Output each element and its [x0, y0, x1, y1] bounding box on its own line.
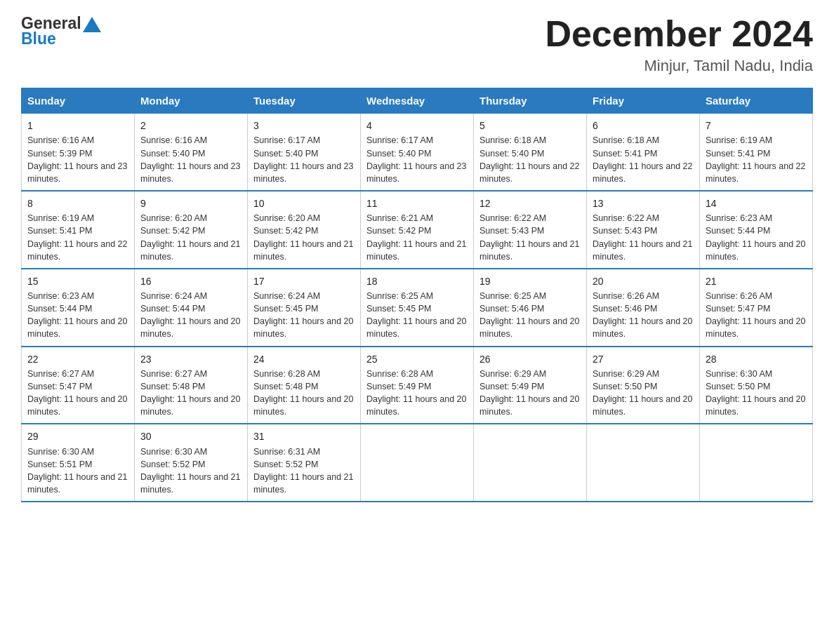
day-number: 7	[706, 119, 807, 133]
day-cell: 22Sunrise: 6:27 AMSunset: 5:47 PMDayligh…	[22, 347, 135, 424]
day-number: 15	[27, 274, 128, 288]
day-cell: 20Sunrise: 6:26 AMSunset: 5:46 PMDayligh…	[587, 269, 700, 347]
day-detail: Sunrise: 6:20 AMSunset: 5:42 PMDaylight:…	[140, 213, 240, 261]
day-cell: 16Sunrise: 6:24 AMSunset: 5:44 PMDayligh…	[135, 269, 248, 347]
day-cell	[361, 424, 474, 502]
logo-text-blue: Blue	[21, 29, 101, 48]
day-number: 19	[479, 274, 581, 288]
header-saturday: Saturday	[700, 88, 813, 114]
day-cell: 12Sunrise: 6:22 AMSunset: 5:43 PMDayligh…	[474, 191, 587, 269]
header-friday: Friday	[587, 88, 700, 114]
day-detail: Sunrise: 6:22 AMSunset: 5:43 PMDaylight:…	[479, 213, 579, 261]
day-detail: Sunrise: 6:30 AMSunset: 5:52 PMDaylight:…	[140, 447, 240, 495]
calendar-table: SundayMondayTuesdayWednesdayThursdayFrid…	[21, 88, 813, 502]
day-cell: 9Sunrise: 6:20 AMSunset: 5:42 PMDaylight…	[135, 191, 248, 269]
day-cell: 11Sunrise: 6:21 AMSunset: 5:42 PMDayligh…	[361, 191, 474, 269]
day-number: 8	[27, 196, 128, 210]
day-cell: 17Sunrise: 6:24 AMSunset: 5:45 PMDayligh…	[248, 269, 361, 347]
day-detail: Sunrise: 6:19 AMSunset: 5:41 PMDaylight:…	[706, 135, 805, 183]
day-cell: 30Sunrise: 6:30 AMSunset: 5:52 PMDayligh…	[135, 424, 248, 502]
day-number: 2	[140, 119, 241, 133]
day-number: 18	[366, 274, 468, 288]
week-row-1: 1Sunrise: 6:16 AMSunset: 5:39 PMDaylight…	[22, 114, 813, 191]
week-row-2: 8Sunrise: 6:19 AMSunset: 5:41 PMDaylight…	[22, 191, 813, 269]
day-detail: Sunrise: 6:30 AMSunset: 5:50 PMDaylight:…	[706, 369, 805, 417]
day-detail: Sunrise: 6:17 AMSunset: 5:40 PMDaylight:…	[253, 135, 353, 183]
day-cell	[700, 424, 813, 502]
week-row-3: 15Sunrise: 6:23 AMSunset: 5:44 PMDayligh…	[22, 269, 813, 347]
week-row-4: 22Sunrise: 6:27 AMSunset: 5:47 PMDayligh…	[22, 347, 813, 424]
day-number: 11	[366, 196, 468, 210]
day-number: 12	[479, 196, 581, 210]
day-cell: 23Sunrise: 6:27 AMSunset: 5:48 PMDayligh…	[135, 347, 248, 424]
day-detail: Sunrise: 6:24 AMSunset: 5:44 PMDaylight:…	[140, 291, 240, 339]
day-detail: Sunrise: 6:27 AMSunset: 5:48 PMDaylight:…	[140, 369, 240, 417]
day-number: 31	[253, 429, 355, 443]
day-cell: 19Sunrise: 6:25 AMSunset: 5:46 PMDayligh…	[474, 269, 587, 347]
day-cell: 24Sunrise: 6:28 AMSunset: 5:48 PMDayligh…	[248, 347, 361, 424]
day-detail: Sunrise: 6:26 AMSunset: 5:47 PMDaylight:…	[706, 291, 805, 339]
day-cell: 25Sunrise: 6:28 AMSunset: 5:49 PMDayligh…	[361, 347, 474, 424]
day-detail: Sunrise: 6:16 AMSunset: 5:39 PMDaylight:…	[27, 135, 127, 183]
page-header: General Blue December 2024 Minjur, Tamil…	[21, 14, 813, 75]
title-block: December 2024 Minjur, Tamil Nadu, India	[545, 14, 813, 75]
day-cell: 29Sunrise: 6:30 AMSunset: 5:51 PMDayligh…	[22, 424, 135, 502]
day-cell: 8Sunrise: 6:19 AMSunset: 5:41 PMDaylight…	[22, 191, 135, 269]
day-number: 1	[27, 119, 128, 133]
day-cell: 10Sunrise: 6:20 AMSunset: 5:42 PMDayligh…	[248, 191, 361, 269]
day-detail: Sunrise: 6:28 AMSunset: 5:49 PMDaylight:…	[366, 369, 466, 417]
day-cell: 15Sunrise: 6:23 AMSunset: 5:44 PMDayligh…	[22, 269, 135, 347]
day-cell: 7Sunrise: 6:19 AMSunset: 5:41 PMDaylight…	[700, 114, 813, 191]
day-detail: Sunrise: 6:28 AMSunset: 5:48 PMDaylight:…	[253, 369, 353, 417]
day-detail: Sunrise: 6:24 AMSunset: 5:45 PMDaylight:…	[253, 291, 353, 339]
day-number: 9	[140, 196, 241, 210]
day-cell: 1Sunrise: 6:16 AMSunset: 5:39 PMDaylight…	[22, 114, 135, 191]
header-wednesday: Wednesday	[361, 88, 474, 114]
day-cell: 31Sunrise: 6:31 AMSunset: 5:52 PMDayligh…	[248, 424, 361, 502]
day-number: 20	[593, 274, 694, 288]
day-cell: 18Sunrise: 6:25 AMSunset: 5:45 PMDayligh…	[361, 269, 474, 347]
day-number: 14	[706, 196, 807, 210]
day-detail: Sunrise: 6:18 AMSunset: 5:41 PMDaylight:…	[593, 135, 692, 183]
header-monday: Monday	[135, 88, 248, 114]
day-number: 27	[593, 352, 694, 366]
day-number: 23	[140, 352, 241, 366]
day-detail: Sunrise: 6:16 AMSunset: 5:40 PMDaylight:…	[140, 135, 240, 183]
header-row: SundayMondayTuesdayWednesdayThursdayFrid…	[22, 88, 813, 114]
day-cell	[587, 424, 700, 502]
day-cell: 27Sunrise: 6:29 AMSunset: 5:50 PMDayligh…	[587, 347, 700, 424]
day-number: 13	[593, 196, 694, 210]
day-cell: 2Sunrise: 6:16 AMSunset: 5:40 PMDaylight…	[135, 114, 248, 191]
day-detail: Sunrise: 6:21 AMSunset: 5:42 PMDaylight:…	[366, 213, 466, 261]
day-cell	[474, 424, 587, 502]
header-sunday: Sunday	[22, 88, 135, 114]
day-number: 4	[366, 119, 468, 133]
header-tuesday: Tuesday	[248, 88, 361, 114]
day-number: 16	[140, 274, 241, 288]
header-thursday: Thursday	[474, 88, 587, 114]
day-cell: 14Sunrise: 6:23 AMSunset: 5:44 PMDayligh…	[700, 191, 813, 269]
day-detail: Sunrise: 6:20 AMSunset: 5:42 PMDaylight:…	[253, 213, 353, 261]
day-detail: Sunrise: 6:18 AMSunset: 5:40 PMDaylight:…	[479, 135, 579, 183]
day-cell: 6Sunrise: 6:18 AMSunset: 5:41 PMDaylight…	[587, 114, 700, 191]
day-detail: Sunrise: 6:22 AMSunset: 5:43 PMDaylight:…	[593, 213, 692, 261]
day-detail: Sunrise: 6:17 AMSunset: 5:40 PMDaylight:…	[366, 135, 466, 183]
day-detail: Sunrise: 6:27 AMSunset: 5:47 PMDaylight:…	[27, 369, 127, 417]
day-detail: Sunrise: 6:23 AMSunset: 5:44 PMDaylight:…	[27, 291, 127, 339]
location-subtitle: Minjur, Tamil Nadu, India	[545, 57, 813, 75]
day-number: 24	[253, 352, 355, 366]
day-detail: Sunrise: 6:31 AMSunset: 5:52 PMDaylight:…	[253, 447, 353, 495]
day-number: 17	[253, 274, 355, 288]
day-detail: Sunrise: 6:25 AMSunset: 5:46 PMDaylight:…	[479, 291, 579, 339]
day-number: 26	[479, 352, 581, 366]
day-detail: Sunrise: 6:26 AMSunset: 5:46 PMDaylight:…	[593, 291, 692, 339]
calendar-body: 1Sunrise: 6:16 AMSunset: 5:39 PMDaylight…	[22, 114, 813, 502]
day-number: 30	[140, 429, 241, 443]
week-row-5: 29Sunrise: 6:30 AMSunset: 5:51 PMDayligh…	[22, 424, 813, 502]
day-detail: Sunrise: 6:23 AMSunset: 5:44 PMDaylight:…	[706, 213, 805, 261]
day-detail: Sunrise: 6:29 AMSunset: 5:50 PMDaylight:…	[593, 369, 692, 417]
month-title: December 2024	[545, 14, 813, 54]
day-detail: Sunrise: 6:25 AMSunset: 5:45 PMDaylight:…	[366, 291, 466, 339]
day-number: 29	[27, 429, 128, 443]
day-cell: 5Sunrise: 6:18 AMSunset: 5:40 PMDaylight…	[474, 114, 587, 191]
